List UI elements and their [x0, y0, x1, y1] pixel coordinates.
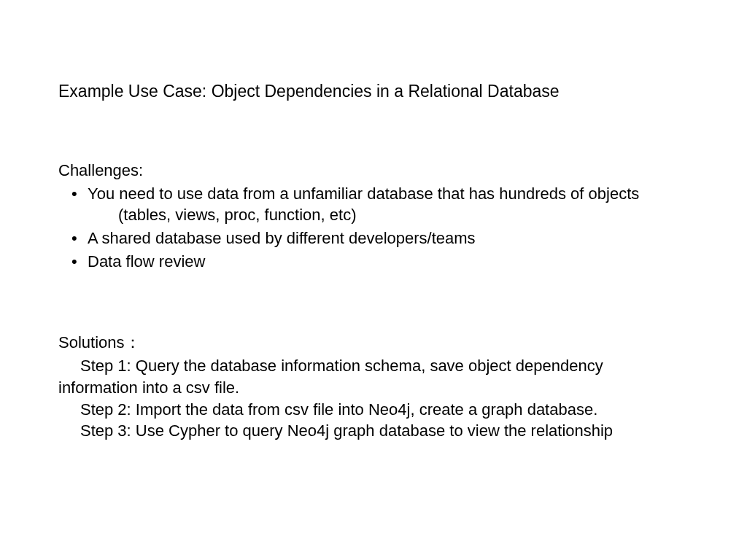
bullet-text: A shared database used by different deve…: [88, 229, 476, 247]
step-text: Step 3: Use Cypher to query Neo4j graph …: [58, 420, 689, 442]
list-item: You need to use data from a unfamiliar d…: [71, 183, 689, 226]
step-text: Step 1: Query the database information s…: [58, 355, 689, 377]
challenges-heading: Challenges:: [58, 160, 689, 182]
challenges-list: You need to use data from a unfamiliar d…: [58, 183, 689, 273]
bullet-text-continuation: (tables, views, proc, function, etc): [88, 204, 689, 226]
solutions-heading: Solutions：: [58, 332, 689, 354]
list-item: Data flow review: [71, 251, 689, 273]
bullet-text: You need to use data from a unfamiliar d…: [88, 184, 639, 203]
list-item: A shared database used by different deve…: [71, 228, 689, 249]
solutions-steps: Step 1: Query the database information s…: [58, 355, 689, 442]
step-text-continuation: information into a csv file.: [58, 377, 689, 399]
bullet-text: Data flow review: [88, 252, 205, 271]
step-text: Step 2: Import the data from csv file in…: [58, 399, 689, 421]
slide-title: Example Use Case: Object Dependencies in…: [58, 80, 689, 103]
